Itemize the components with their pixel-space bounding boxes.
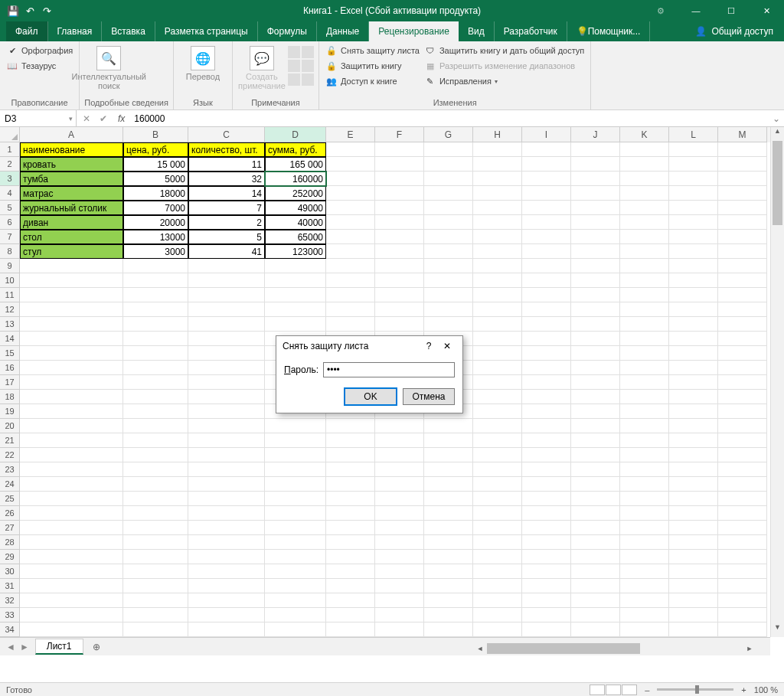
password-input[interactable]: [323, 362, 455, 377]
row-header[interactable]: 29: [0, 550, 20, 564]
tab-view[interactable]: Вид: [459, 21, 495, 41]
cell[interactable]: [424, 448, 473, 462]
cell[interactable]: [375, 157, 424, 172]
cell[interactable]: [522, 433, 571, 448]
cell[interactable]: 49000: [265, 201, 326, 215]
cell[interactable]: [326, 492, 375, 506]
cell[interactable]: [473, 433, 522, 448]
row-header[interactable]: 4: [0, 186, 20, 201]
cell[interactable]: [123, 477, 188, 492]
cell[interactable]: [123, 535, 188, 550]
cell[interactable]: [473, 477, 522, 492]
cell[interactable]: [473, 564, 522, 579]
cell[interactable]: [669, 201, 718, 215]
cell[interactable]: [123, 419, 188, 433]
cell[interactable]: [326, 608, 375, 622]
cell[interactable]: [473, 579, 522, 593]
cell[interactable]: [620, 172, 669, 186]
cell[interactable]: [326, 535, 375, 550]
cell[interactable]: [473, 622, 522, 637]
sheet-next-icon[interactable]: ►: [20, 642, 29, 652]
cell[interactable]: [669, 390, 718, 404]
cell[interactable]: [718, 608, 767, 622]
cell[interactable]: [326, 172, 375, 186]
cell[interactable]: [473, 492, 522, 506]
cell[interactable]: [669, 608, 718, 622]
cell[interactable]: [188, 404, 265, 419]
share-workbook-button[interactable]: 👥Доступ к книге: [324, 74, 421, 89]
cell[interactable]: [20, 332, 123, 346]
cell[interactable]: 41: [188, 244, 265, 259]
cell[interactable]: [571, 172, 620, 186]
cell[interactable]: [265, 433, 326, 448]
cell[interactable]: [265, 273, 326, 288]
cell[interactable]: [473, 317, 522, 332]
cancel-icon[interactable]: ✕: [83, 113, 90, 124]
cell[interactable]: [326, 622, 375, 637]
cell[interactable]: [669, 346, 718, 361]
cell[interactable]: [522, 288, 571, 302]
cell[interactable]: [669, 317, 718, 332]
cell[interactable]: [188, 622, 265, 637]
cell[interactable]: [718, 419, 767, 433]
cell[interactable]: [265, 492, 326, 506]
tab-review[interactable]: Рецензирование: [369, 21, 459, 41]
cell[interactable]: [620, 142, 669, 157]
cell[interactable]: [669, 244, 718, 259]
cell[interactable]: [20, 506, 123, 521]
cell[interactable]: [123, 521, 188, 535]
cell[interactable]: [522, 404, 571, 419]
cell[interactable]: [188, 346, 265, 361]
row-header[interactable]: 8: [0, 244, 20, 259]
cell[interactable]: [20, 273, 123, 288]
scroll-left-icon[interactable]: ◄: [473, 645, 487, 652]
col-header-B[interactable]: B: [123, 127, 188, 142]
cell[interactable]: [326, 419, 375, 433]
cell[interactable]: [375, 259, 424, 273]
ribbon-options-icon[interactable]: ⚙: [643, 0, 678, 21]
cell[interactable]: [718, 433, 767, 448]
cell[interactable]: [718, 579, 767, 593]
cell[interactable]: [522, 273, 571, 288]
row-header[interactable]: 13: [0, 317, 20, 332]
row-header[interactable]: 26: [0, 506, 20, 521]
cell[interactable]: [620, 288, 669, 302]
cell[interactable]: [424, 462, 473, 477]
row-header[interactable]: 31: [0, 579, 20, 593]
cell[interactable]: [620, 462, 669, 477]
tab-file[interactable]: Файл: [6, 21, 48, 41]
cell[interactable]: [424, 564, 473, 579]
col-header-H[interactable]: H: [473, 127, 522, 142]
cell[interactable]: [571, 332, 620, 346]
cell[interactable]: [326, 317, 375, 332]
cell[interactable]: [375, 142, 424, 157]
cell[interactable]: [522, 142, 571, 157]
cell[interactable]: [326, 302, 375, 317]
dialog-help-button[interactable]: ?: [420, 341, 438, 351]
cell[interactable]: [571, 302, 620, 317]
cell[interactable]: [375, 244, 424, 259]
cell[interactable]: [620, 186, 669, 201]
cell[interactable]: [188, 492, 265, 506]
cell[interactable]: [326, 259, 375, 273]
row-header[interactable]: 25: [0, 492, 20, 506]
cell[interactable]: [620, 317, 669, 332]
cell[interactable]: [718, 230, 767, 244]
cell[interactable]: [473, 332, 522, 346]
cell[interactable]: [571, 157, 620, 172]
cell[interactable]: [620, 244, 669, 259]
cell[interactable]: [571, 462, 620, 477]
cell[interactable]: [20, 608, 123, 622]
minimize-button[interactable]: —: [678, 0, 714, 21]
cell[interactable]: [669, 142, 718, 157]
vertical-scrollbar[interactable]: ▲ ▼: [770, 127, 784, 637]
cell[interactable]: [123, 390, 188, 404]
cell[interactable]: [620, 332, 669, 346]
scroll-down-icon[interactable]: ▼: [771, 623, 784, 637]
cell[interactable]: [571, 521, 620, 535]
sheet-prev-icon[interactable]: ◄: [6, 642, 15, 652]
cell[interactable]: [669, 259, 718, 273]
protect-share-button[interactable]: 🛡Защитить книгу и дать общий доступ: [423, 43, 586, 58]
cell[interactable]: [571, 142, 620, 157]
row-header[interactable]: 12: [0, 302, 20, 317]
